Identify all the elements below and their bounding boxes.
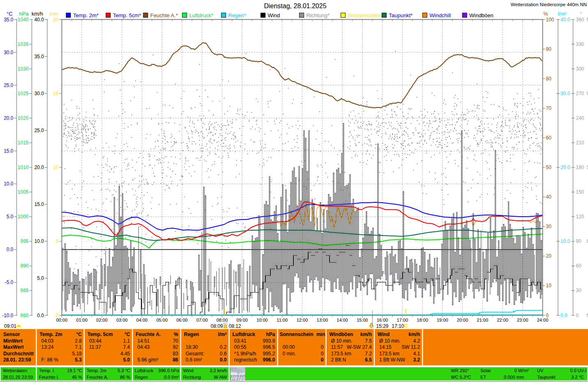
svg-text:03:44: 03:44 bbox=[89, 338, 101, 344]
svg-text:5: 5 bbox=[56, 238, 59, 244]
svg-text:5.96 g/m³: 5.96 g/m³ bbox=[138, 357, 158, 363]
svg-text:15:29: 15:29 bbox=[376, 323, 388, 329]
svg-text:45 %: 45 % bbox=[72, 375, 82, 380]
svg-text:Temp. 5cm: Temp. 5cm bbox=[87, 332, 113, 337]
svg-text:1040: 1040 bbox=[18, 17, 29, 23]
svg-text:Temp. 2m*: Temp. 2m* bbox=[73, 12, 99, 18]
svg-text:28.01.25 23:59: 28.01.25 23:59 bbox=[3, 375, 33, 380]
svg-text:0.0: 0.0 bbox=[7, 247, 14, 252]
svg-text:40.0: 40.0 bbox=[560, 17, 570, 23]
svg-text:240: 240 bbox=[576, 115, 584, 121]
svg-text:270: 270 bbox=[576, 91, 584, 96]
svg-text:Wind: Wind bbox=[268, 12, 280, 18]
svg-text:SW 11.2: SW 11.2 bbox=[402, 344, 420, 350]
svg-text:5.0: 5.0 bbox=[37, 275, 44, 281]
svg-text:3.2 km/h: 3.2 km/h bbox=[210, 368, 227, 373]
svg-text:11:57: 11:57 bbox=[331, 344, 343, 350]
svg-text:Feuchte A.*: Feuchte A.* bbox=[150, 12, 178, 18]
svg-text:90: 90 bbox=[546, 46, 552, 52]
svg-text:0.6 l/m²: 0.6 l/m² bbox=[186, 357, 202, 363]
svg-text:0: 0 bbox=[576, 313, 579, 318]
svg-text:83: 83 bbox=[173, 351, 179, 357]
svg-text:ET: ET bbox=[480, 375, 486, 380]
svg-text:0.0: 0.0 bbox=[560, 313, 567, 318]
svg-text:Richtung*: Richtung* bbox=[306, 12, 329, 18]
svg-text:1025: 1025 bbox=[18, 91, 29, 96]
svg-text:min: min bbox=[317, 332, 325, 337]
svg-text:km/h: km/h bbox=[409, 332, 420, 337]
svg-text:O: O bbox=[587, 238, 588, 244]
svg-text:0 min.: 0 min. bbox=[283, 351, 296, 357]
svg-text:Wetterdaten: Wetterdaten bbox=[3, 368, 28, 373]
svg-text:5.0: 5.0 bbox=[123, 357, 130, 363]
svg-text:Sonnenschein: Sonnenschein bbox=[348, 12, 381, 18]
svg-text:3.2: 3.2 bbox=[413, 357, 420, 363]
svg-text:4.2: 4.2 bbox=[413, 338, 420, 344]
svg-text:07:00: 07:00 bbox=[196, 318, 208, 323]
svg-text:F: 86 %: F: 86 % bbox=[41, 357, 59, 363]
svg-text:l/m²: l/m² bbox=[218, 332, 227, 337]
svg-text:regnerisch: regnerisch bbox=[234, 357, 257, 363]
svg-text:70: 70 bbox=[546, 105, 552, 111]
svg-text:05:00: 05:00 bbox=[156, 318, 168, 323]
svg-text:20: 20 bbox=[546, 253, 552, 259]
svg-text:985: 985 bbox=[20, 288, 28, 293]
svg-text:04:03: 04:03 bbox=[41, 338, 54, 344]
svg-text:330: 330 bbox=[576, 41, 584, 47]
svg-text:10.0: 10.0 bbox=[560, 238, 570, 244]
svg-text:10.0: 10.0 bbox=[34, 238, 44, 244]
svg-text:13:24: 13:24 bbox=[41, 344, 54, 350]
svg-text:90: 90 bbox=[576, 238, 582, 244]
svg-text:40.0: 40.0 bbox=[34, 17, 44, 23]
svg-text:21:00: 21:00 bbox=[477, 318, 488, 323]
svg-text:15.0: 15.0 bbox=[34, 201, 44, 207]
svg-text:80: 80 bbox=[546, 76, 552, 82]
svg-text:Taupunkt: Taupunkt bbox=[537, 375, 556, 380]
svg-text:Richtung: Richtung bbox=[183, 375, 201, 380]
svg-text:Sensor: Sensor bbox=[3, 332, 20, 337]
svg-text:20: 20 bbox=[53, 17, 59, 23]
svg-text:Temp. I.: Temp. I. bbox=[39, 368, 55, 373]
svg-text:Ø 10 min.: Ø 10 min. bbox=[379, 338, 401, 344]
svg-text:25.0: 25.0 bbox=[4, 82, 14, 88]
svg-text:20.0: 20.0 bbox=[34, 165, 44, 170]
svg-text:24:00: 24:00 bbox=[537, 318, 549, 323]
svg-text:1 Bft W-NW: 1 Bft W-NW bbox=[379, 357, 406, 363]
svg-text:08:12: 08:12 bbox=[229, 323, 241, 329]
svg-text:19:00: 19:00 bbox=[437, 318, 448, 323]
svg-text:08:09: 08:09 bbox=[211, 323, 223, 329]
svg-text:993.9: 993.9 bbox=[263, 338, 275, 344]
svg-text:0: 0 bbox=[321, 357, 324, 363]
svg-text:Taupunkt*: Taupunkt* bbox=[389, 12, 413, 18]
svg-text:12:00: 12:00 bbox=[296, 318, 308, 323]
svg-text:50: 50 bbox=[546, 165, 552, 170]
svg-text:04:00: 04:00 bbox=[136, 318, 148, 323]
svg-text:S: S bbox=[587, 165, 588, 170]
svg-text:00:55: 00:55 bbox=[234, 344, 246, 350]
svg-text:0 W/m²: 0 W/m² bbox=[514, 368, 529, 373]
svg-text:W-NW: W-NW bbox=[214, 375, 227, 380]
svg-text:-5.0: -5.0 bbox=[5, 279, 14, 285]
svg-text:1015: 1015 bbox=[18, 140, 29, 146]
svg-text:86 %: 86 % bbox=[120, 375, 130, 380]
svg-text:7.4: 7.4 bbox=[123, 344, 130, 350]
svg-text:1020: 1020 bbox=[18, 115, 29, 121]
svg-text:996.0: 996.0 bbox=[263, 357, 275, 363]
svg-text:15:00: 15:00 bbox=[357, 318, 368, 323]
svg-text:03:41: 03:41 bbox=[234, 338, 246, 344]
svg-text:980: 980 bbox=[20, 313, 28, 318]
svg-text:30.0: 30.0 bbox=[560, 91, 570, 96]
svg-text:1.1: 1.1 bbox=[123, 338, 130, 344]
svg-text:995: 995 bbox=[20, 238, 28, 244]
svg-text:5.18: 5.18 bbox=[72, 351, 82, 357]
svg-text:14:15: 14:15 bbox=[379, 344, 392, 350]
svg-text:01:00: 01:00 bbox=[76, 318, 88, 323]
svg-text:7.5: 7.5 bbox=[365, 338, 372, 344]
svg-text:MaxWert: MaxWert bbox=[3, 344, 24, 350]
svg-text:Windchill: Windchill bbox=[430, 12, 451, 18]
svg-text:5.3 °C: 5.3 °C bbox=[117, 368, 130, 373]
svg-text:22:00: 22:00 bbox=[497, 318, 508, 323]
svg-text:360: 360 bbox=[576, 17, 584, 23]
svg-text:WR 292°: WR 292° bbox=[451, 368, 469, 373]
svg-text:hPa: hPa bbox=[266, 332, 275, 337]
